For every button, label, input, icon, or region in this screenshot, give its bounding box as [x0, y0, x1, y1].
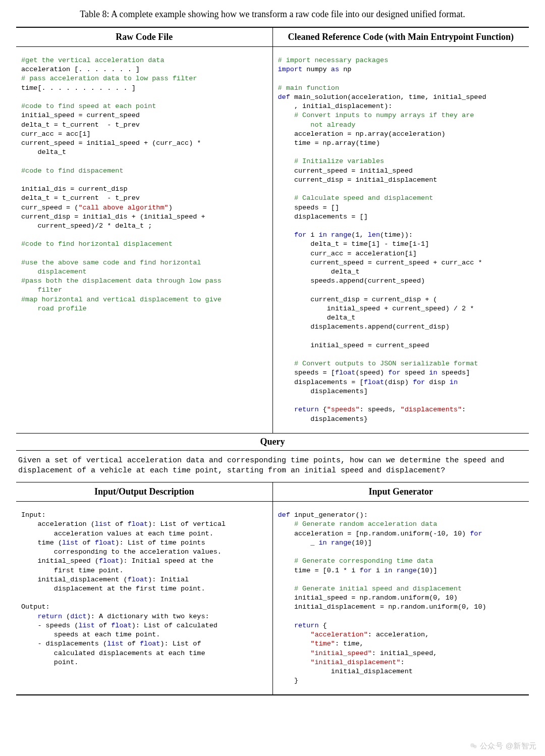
- table-caption: Table 8: A complete example showing how …: [16, 9, 529, 20]
- header-cleaned-code: Cleaned Reference Code (with Main Entryp…: [273, 28, 529, 46]
- header-io-desc: Input/Output Description: [16, 482, 272, 501]
- header-row-bottom: Input/Output Description Input Generator: [16, 482, 529, 501]
- header-raw-code: Raw Code File: [16, 28, 272, 46]
- cleaned-code: # import necessary packages import numpy…: [278, 56, 524, 424]
- raw-code-cell: #get the vertical acceleration data acce…: [16, 47, 272, 433]
- code-columns-bottom: Input: acceleration (list of float): Lis…: [16, 502, 529, 694]
- header-input-generator: Input Generator: [273, 482, 529, 501]
- io-desc: Input: acceleration (list of float): Lis…: [21, 511, 267, 667]
- io-desc-cell: Input: acceleration (list of float): Lis…: [16, 502, 272, 694]
- header-row-top: Raw Code File Cleaned Reference Code (wi…: [16, 28, 529, 46]
- cleaned-code-cell: # import necessary packages import numpy…: [273, 47, 529, 433]
- query-header: Query: [16, 434, 529, 450]
- input-generator: def input_generator(): # Generate random…: [278, 511, 524, 685]
- code-columns-top: #get the vertical acceleration data acce…: [16, 47, 529, 433]
- raw-code: #get the vertical acceleration data acce…: [21, 56, 267, 313]
- query-text: Given a set of vertical acceleration dat…: [16, 451, 529, 482]
- rule-bottom: [16, 694, 529, 695]
- input-generator-cell: def input_generator(): # Generate random…: [273, 502, 529, 694]
